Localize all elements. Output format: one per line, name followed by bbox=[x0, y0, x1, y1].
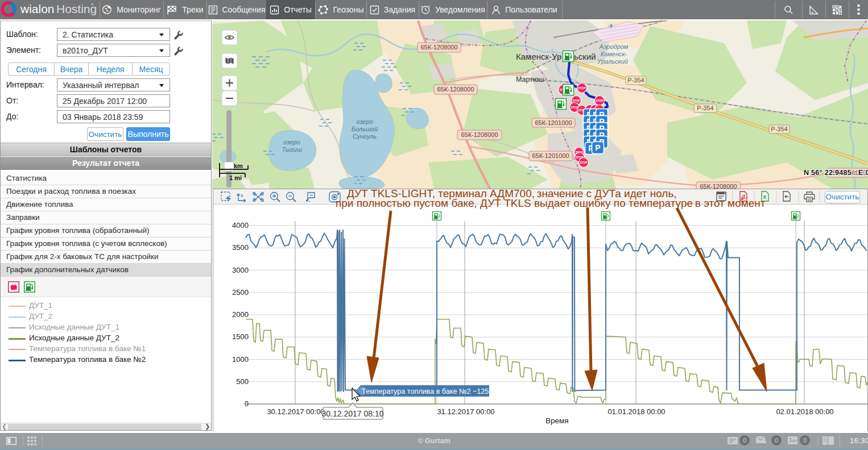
svg-text:Р-354: Р-354 bbox=[771, 126, 787, 132]
svg-text:Уральский: Уральский bbox=[597, 58, 628, 65]
svg-text:ьский: ьский bbox=[574, 52, 596, 61]
svg-text:озеро: озеро bbox=[356, 118, 373, 125]
svg-text:Сунгуль: Сунгуль bbox=[353, 133, 377, 140]
svg-text:✈: ✈ bbox=[608, 22, 614, 30]
svg-text:Тыгиш: Тыгиш bbox=[282, 146, 301, 153]
svg-text:Температура топлива в баке №2: Температура топлива в баке №2 −125 bbox=[362, 388, 489, 395]
svg-text:65К-1201000: 65К-1201000 bbox=[532, 152, 569, 159]
svg-text:30.12.2017 08:10: 30.12.2017 08:10 bbox=[322, 409, 384, 418]
svg-text:65К-1208000: 65К-1208000 bbox=[461, 131, 498, 138]
svg-text:3000: 3000 bbox=[232, 266, 249, 274]
svg-text:65К-1208000: 65К-1208000 bbox=[700, 183, 737, 189]
svg-text:wialon: wialon bbox=[20, 2, 55, 15]
svg-text:Аэродром: Аэродром bbox=[599, 43, 629, 50]
svg-text:Каменск-: Каменск- bbox=[601, 51, 627, 57]
svg-text:2500: 2500 bbox=[232, 288, 249, 297]
svg-text:Большой: Большой bbox=[352, 126, 378, 132]
svg-text:0: 0 bbox=[245, 399, 249, 408]
svg-text:02.01.2018 00:00: 02.01.2018 00:00 bbox=[776, 407, 833, 416]
svg-text:2000: 2000 bbox=[232, 310, 249, 319]
svg-text:”: ” bbox=[91, 2, 94, 11]
svg-text:Время: Время bbox=[545, 416, 569, 425]
svg-text:1000: 1000 bbox=[232, 355, 249, 364]
svg-text:1500: 1500 bbox=[232, 332, 249, 341]
svg-text:Р-354: Р-354 bbox=[697, 105, 713, 111]
svg-text:x: x bbox=[241, 193, 243, 198]
svg-text:31.12.2017 00:00: 31.12.2017 00:00 bbox=[437, 407, 494, 416]
svg-text:Каменск-Ур: Каменск-Ур bbox=[516, 52, 561, 61]
svg-text:Р-354: Р-354 bbox=[627, 77, 644, 84]
svg-text:Очистить: Очистить bbox=[826, 193, 859, 201]
svg-text:500: 500 bbox=[236, 377, 249, 386]
svg-text:65К-1201000: 65К-1201000 bbox=[535, 119, 572, 126]
svg-text:65К-1208000: 65К-1208000 bbox=[420, 44, 457, 51]
svg-text:30.12.2017 00:00: 30.12.2017 00:00 bbox=[267, 407, 324, 416]
svg-text:3500: 3500 bbox=[232, 243, 249, 252]
svg-text:1 mi: 1 mi bbox=[229, 174, 242, 181]
svg-text:km: km bbox=[234, 163, 243, 169]
svg-text:N 56° 22.9485 : E 06: N 56° 22.9485 : E 06 bbox=[804, 169, 868, 177]
svg-text:01.01.2018 00:00: 01.01.2018 00:00 bbox=[607, 407, 665, 416]
svg-text:65К-1208000: 65К-1208000 bbox=[437, 86, 474, 93]
svg-text:Мартюш: Мартюш bbox=[516, 76, 544, 84]
svg-text:озеро: озеро bbox=[283, 139, 300, 145]
svg-text:4000: 4000 bbox=[232, 221, 249, 230]
